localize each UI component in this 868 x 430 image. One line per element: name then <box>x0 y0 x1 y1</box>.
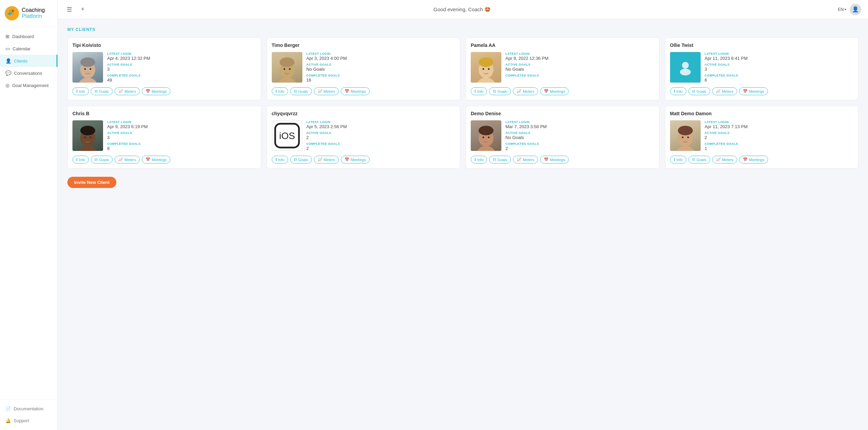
meetings-button-demo-denise[interactable]: 📅Meetings <box>540 156 569 164</box>
client-stats: LATEST LOGIN Apr 3, 2023 4:00 PM ACTIVE … <box>306 52 455 83</box>
client-card-matt-demo-damon: Matt Demo Damon LATEST LOGIN Apr 11, 202… <box>665 106 859 169</box>
goals-button-tipi-koivisto[interactable]: ⊟Goals <box>91 87 113 95</box>
client-actions: ℹInfo⊟Goals📈Meters📅Meetings <box>72 87 256 95</box>
client-card-demo-denise: Demo Denise LATEST LOGIN Mar 7, 2023 3:5… <box>466 106 660 169</box>
latest-login-value: Apr 11, 2023 7:13 PM <box>705 124 854 129</box>
sidebar-bottom-item-documentation[interactable]: 📄Documentation <box>0 403 57 415</box>
info-icon: ℹ <box>474 89 476 93</box>
active-goals-label: ACTIVE GOALS <box>705 63 854 66</box>
latest-login-label: LATEST LOGIN <box>505 120 654 124</box>
info-icon: ℹ <box>276 89 277 93</box>
latest-login-value: Apr 11, 2023 6:41 PM <box>705 56 854 61</box>
meetings-button-ollie-twist[interactable]: 📅Meetings <box>739 87 768 95</box>
info-icon: ℹ <box>674 157 675 162</box>
sidebar-item-clients[interactable]: 👤Clients <box>0 55 57 67</box>
client-actions: ℹInfo⊟Goals📈Meters📅Meetings <box>272 156 455 164</box>
info-icon: ℹ <box>276 157 277 162</box>
info-button-ollie-twist[interactable]: ℹInfo <box>670 87 686 95</box>
conversations-icon: 💬 <box>5 70 11 76</box>
info-button-demo-denise[interactable]: ℹInfo <box>471 156 487 164</box>
active-goals-value: 2 <box>306 135 455 140</box>
active-goals-value: 2 <box>705 135 854 140</box>
user-avatar-button[interactable]: 👤 <box>850 4 861 15</box>
goals-button-pamela-aa[interactable]: ⊟Goals <box>489 87 511 95</box>
completed-goals-value: 1 <box>705 146 854 151</box>
goals-button-timo-berger[interactable]: ⊟Goals <box>290 87 312 95</box>
client-card-body: LATEST LOGIN Mar 7, 2023 3:58 PM ACTIVE … <box>471 120 654 151</box>
meetings-button-tipi-koivisto[interactable]: 📅Meetings <box>142 87 171 95</box>
active-goals-label: ACTIVE GOALS <box>505 63 654 66</box>
svg-point-12 <box>90 68 91 70</box>
dashboard-icon: ⊞ <box>5 34 10 39</box>
sidebar-item-goal-management[interactable]: ◎Goal Management <box>0 79 57 91</box>
main-content: ☰ + Good evening, Coach 🤩 EN ▾ 👤 MY CLIE… <box>58 0 868 430</box>
meters-button-chyqvqvrzz[interactable]: 📈Meters <box>314 156 339 164</box>
invite-new-client-button[interactable]: Invite New Client <box>67 177 116 188</box>
client-actions: ℹInfo⊟Goals📈Meters📅Meetings <box>670 156 854 164</box>
sidebar-item-calendar[interactable]: ▭Calendar <box>0 42 57 55</box>
goals-icon: ⊟ <box>95 89 98 93</box>
sidebar-item-conversations[interactable]: 💬Conversations <box>0 67 57 79</box>
sidebar-item-dashboard[interactable]: ⊞Dashboard <box>0 30 57 42</box>
meetings-icon: 📅 <box>146 89 150 93</box>
completed-goals-label: COMPLETED GOALS <box>705 74 854 77</box>
svg-point-32 <box>90 137 91 138</box>
client-actions: ℹInfo⊟Goals📈Meters📅Meetings <box>72 156 256 164</box>
latest-login-label: LATEST LOGIN <box>107 52 256 55</box>
sidebar-bottom: 📄Documentation🔔Support <box>0 399 57 430</box>
info-button-chris-b[interactable]: ℹInfo <box>72 156 89 164</box>
info-button-timo-berger[interactable]: ℹInfo <box>272 87 288 95</box>
meetings-button-pamela-aa[interactable]: 📅Meetings <box>540 87 569 95</box>
meters-button-matt-demo-damon[interactable]: 📈Meters <box>712 156 737 164</box>
clients-icon: 👤 <box>5 58 11 64</box>
meetings-button-matt-demo-damon[interactable]: 📅Meetings <box>739 156 768 164</box>
svg-point-22 <box>479 57 494 67</box>
info-button-pamela-aa[interactable]: ℹInfo <box>471 87 487 95</box>
meters-icon: 📈 <box>318 89 322 93</box>
info-button-tipi-koivisto[interactable]: ℹInfo <box>72 87 89 95</box>
meters-button-ollie-twist[interactable]: 📈Meters <box>712 87 737 95</box>
sidebar-bottom-item-support[interactable]: 🔔Support <box>0 415 57 427</box>
support-icon: 🔔 <box>5 418 11 423</box>
latest-login-value: Mar 7, 2023 3:58 PM <box>505 124 654 129</box>
client-card-body: LATEST LOGIN Apr 9, 2023 6:19 PM ACTIVE … <box>72 120 256 151</box>
goals-button-matt-demo-damon[interactable]: ⊟Goals <box>688 156 710 164</box>
client-photo-matt <box>670 120 701 151</box>
menu-button[interactable]: ☰ <box>65 4 74 15</box>
meters-icon: 📈 <box>318 157 322 162</box>
meters-button-pamela-aa[interactable]: 📈Meters <box>513 87 538 95</box>
meters-button-tipi-koivisto[interactable]: 📈Meters <box>115 87 140 95</box>
language-button[interactable]: EN ▾ <box>838 7 846 12</box>
goals-button-chris-b[interactable]: ⊟Goals <box>91 156 113 164</box>
topbar-left: ☰ + <box>65 4 87 15</box>
logo-duck-icon <box>5 6 19 20</box>
client-stats: LATEST LOGIN Mar 7, 2023 3:58 PM ACTIVE … <box>505 120 654 151</box>
goals-button-chyqvqvrzz[interactable]: ⊟Goals <box>290 156 312 164</box>
client-photo-tipi <box>72 52 103 83</box>
meetings-button-timo-berger[interactable]: 📅Meetings <box>341 87 370 95</box>
add-button[interactable]: + <box>79 4 87 14</box>
goals-button-ollie-twist[interactable]: ⊟Goals <box>688 87 710 95</box>
client-actions: ℹInfo⊟Goals📈Meters📅Meetings <box>670 87 854 95</box>
sidebar-item-label: Calendar <box>13 46 31 51</box>
latest-login-value: Apr 5, 2023 2:56 PM <box>306 124 455 129</box>
info-icon: ℹ <box>76 89 78 93</box>
svg-point-25 <box>682 62 689 69</box>
completed-goals-label: COMPLETED GOALS <box>107 142 256 145</box>
meetings-button-chyqvqvrzz[interactable]: 📅Meetings <box>341 156 370 164</box>
client-actions: ℹInfo⊟Goals📈Meters📅Meetings <box>272 87 455 95</box>
clients-grid: Tipi Koivisto LATEST LOGIN Apr 4, 2023 1… <box>67 37 858 169</box>
meters-button-chris-b[interactable]: 📈Meters <box>115 156 140 164</box>
goals-icon: ⊟ <box>294 89 297 93</box>
meetings-icon: 📅 <box>743 89 748 93</box>
goals-button-demo-denise[interactable]: ⊟Goals <box>489 156 511 164</box>
completed-goals-value: 49 <box>107 78 256 83</box>
meters-button-demo-denise[interactable]: 📈Meters <box>513 156 538 164</box>
meters-button-timo-berger[interactable]: 📈Meters <box>314 87 339 95</box>
info-button-chyqvqvrzz[interactable]: ℹInfo <box>272 156 288 164</box>
latest-login-value: Apr 9, 2022 12:36 PM <box>505 56 654 61</box>
sidebar-bottom-label: Documentation <box>14 406 43 411</box>
info-button-matt-demo-damon[interactable]: ℹInfo <box>670 156 686 164</box>
meetings-button-chris-b[interactable]: 📅Meetings <box>142 156 171 164</box>
client-name: chyqvqvrzz <box>272 111 455 116</box>
